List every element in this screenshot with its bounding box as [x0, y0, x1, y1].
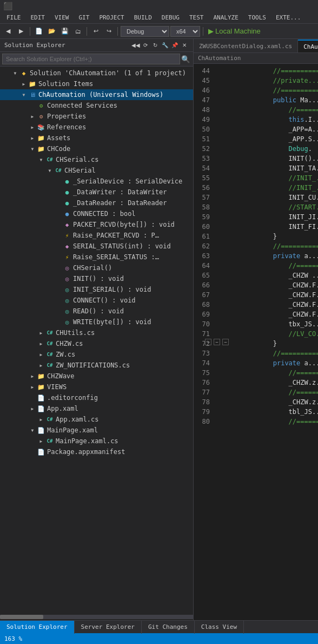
app-xaml-cs-label: App.xaml.cs [56, 416, 98, 423]
serial-device-icon: ● [63, 177, 71, 186]
code-line-71: //LV_CO... [226, 329, 318, 339]
tree-item-chserial-ctor[interactable]: ◎ CHSerial() [0, 262, 193, 273]
tree-item-references[interactable]: ▶ 📚 References [0, 122, 193, 133]
tree-item-app-xaml-cs[interactable]: ▶ C# App.xaml.cs [0, 414, 193, 425]
tree-item-solution-items[interactable]: ▶ 📁 Solution Items [0, 78, 193, 89]
bottom-tab-class-view[interactable]: Class View [195, 621, 244, 634]
tree-item-chzwave[interactable]: ▶ 📁 CHZWave [0, 371, 193, 382]
tree-item-packet-rcvd[interactable]: ◆ PACKET_RCVD(byte[]) : void [0, 219, 193, 230]
bottom-tab-git-changes[interactable]: Git Changes [142, 621, 195, 634]
tree-item-data-reader[interactable]: ● _DataReader : DataReader [0, 198, 193, 208]
expand-icon-package-manifest [28, 448, 37, 456]
run-icon: ▶ [208, 27, 214, 35]
run-button[interactable]: ▶ Local Machine [206, 27, 263, 35]
data-reader-label: _DataReader : DataReader [73, 199, 167, 207]
expand-icon-connected [54, 209, 63, 218]
code-line-66: _CHZW.F... [226, 280, 318, 290]
mainpage-xaml-cs-icon: C# [45, 437, 54, 445]
tree-item-package-manifest[interactable]: 📄 Package.appxmanifest [0, 446, 193, 457]
bottom-tab-server-explorer[interactable]: Server Explorer [75, 621, 142, 634]
menu-analyze[interactable]: ANALYZE [209, 13, 242, 22]
write-icon: ◎ [63, 318, 71, 326]
connected-services-icon: ⚙ [37, 101, 45, 110]
tree-item-write[interactable]: ◎ WRITE(byte[]) : void [0, 317, 193, 327]
menu-build[interactable]: BUILD [130, 13, 156, 22]
menu-view[interactable]: VIEW [50, 13, 74, 22]
menu-file[interactable]: FILE [2, 13, 25, 22]
tree-item-mainpage-xaml-cs[interactable]: ▶ C# MainPage.xaml.cs [0, 436, 193, 446]
chutils-label: CHUtils.cs [56, 329, 95, 337]
tree-item-init[interactable]: ◎ INIT() : void [0, 273, 193, 284]
undo-button[interactable]: ↩ [90, 25, 102, 37]
search-button[interactable]: 🔍 [180, 54, 191, 64]
tree-item-read[interactable]: ◎ READ() : void [0, 306, 193, 317]
debug-config-dropdown[interactable]: Debug Release [121, 26, 169, 37]
redo-button[interactable]: ↪ [103, 25, 115, 37]
menu-edit[interactable]: EDIT [27, 13, 50, 22]
tree-item-properties[interactable]: ▶ ⚙ Properties [0, 111, 193, 122]
tree-item-zw[interactable]: ▶ C# ZW.cs [0, 349, 193, 360]
tree-item-raise-packet-rcvd[interactable]: ⚡ Raise_PACKET_RCVD : PACKET_RCVD(byt... [0, 230, 193, 241]
platform-dropdown[interactable]: x64 x86 [170, 26, 200, 37]
tree-item-serial-device[interactable]: ● _SerialDevice : SerialDevice [0, 176, 193, 187]
refresh-button[interactable]: ↻ [151, 41, 160, 50]
tree-item-assets[interactable]: ▶ 📁 Assets [0, 133, 193, 143]
expand-icon-app-xaml-cs: ▶ [37, 415, 45, 424]
tree-item-views[interactable]: ▶ 📁 VIEWS [0, 382, 193, 392]
tab-zwusb[interactable]: ZWUSBContentDialog.xaml.cs [194, 40, 298, 52]
mainpage-xaml-icon: 📄 [37, 426, 45, 435]
pin-button[interactable]: 📌 [170, 41, 179, 50]
tree-item-chutils[interactable]: ▶ C# CHUtils.cs [0, 327, 193, 338]
tree-item-chzw[interactable]: ▶ C# CHZW.cs [0, 338, 193, 349]
tree-item-app-xaml[interactable]: ▶ 📄 App.xaml [0, 403, 193, 414]
open-file-button[interactable]: 📂 [46, 25, 58, 37]
menu-debug[interactable]: DEBUG [157, 13, 184, 22]
tree-item-solution[interactable]: ▼ ◆ Solution 'ChAutomation' (1 of 1 proj… [0, 68, 193, 78]
menu-project[interactable]: PROJECT [95, 13, 128, 22]
tree-item-serial-status[interactable]: ◆ SERIAL_STATUS(int) : void [0, 241, 193, 252]
tree-item-connect[interactable]: ◎ CONNECT() : void [0, 295, 193, 306]
read-icon: ◎ [63, 307, 71, 316]
toolbar-separator-3 [117, 27, 118, 36]
tab-chautomation[interactable]: ChAutomation [298, 40, 318, 52]
tree-item-init-serial[interactable]: ◎ INIT_SERIAL() : void [0, 284, 193, 295]
chserial-ctor-label: CHSerial() [73, 264, 112, 272]
raise-packet-rcvd-icon: ⚡ [63, 231, 71, 240]
menu-extensions[interactable]: EXTE... [271, 13, 305, 22]
save-button[interactable]: 💾 [59, 25, 71, 37]
tree-item-editorconfig[interactable]: 📄 .editorconfig [0, 392, 193, 403]
menu-tools[interactable]: TOOLS [244, 13, 270, 22]
properties-button[interactable]: 🔧 [161, 41, 169, 50]
tree-item-zw-notifications[interactable]: ▶ C# ZW_NOTIFICATIONS.cs [0, 360, 193, 371]
menu-test[interactable]: TEST [185, 13, 208, 22]
menu-git[interactable]: GIT [75, 13, 94, 22]
bottom-tab-solution-explorer[interactable]: Solution Explorer [0, 621, 75, 634]
editor-tabs: ZWUSBContentDialog.xaml.cs ChAutomation [194, 39, 318, 53]
fold-icon-63[interactable]: − [214, 339, 220, 345]
search-input[interactable] [2, 54, 180, 64]
editorconfig-icon: 📄 [37, 393, 45, 402]
expand-icon-chserial-ctor [54, 264, 63, 272]
app-xaml-cs-icon: C# [45, 415, 54, 424]
close-panel-button[interactable]: ✕ [180, 41, 189, 50]
tree-view[interactable]: ▼ ◆ Solution 'ChAutomation' (1 of 1 proj… [0, 67, 193, 614]
tree-item-raise-serial-status[interactable]: ⚡ Raise_SERIAL_STATUS : SERIAL_STATUS(in… [0, 252, 193, 262]
back-button[interactable]: ◀ [2, 25, 14, 37]
tree-item-chcode[interactable]: ▼ 📁 CHCode [0, 143, 193, 154]
forward-button[interactable]: ▶ [15, 25, 27, 37]
tree-item-connected-services[interactable]: ⚙ Connected Services [0, 100, 193, 111]
tree-item-chserial-cs[interactable]: ▼ C# CHSerial.cs [0, 154, 193, 165]
tree-item-chserial-class[interactable]: ▼ C# CHSerial [0, 165, 193, 176]
sync-button[interactable]: ⟳ [141, 41, 150, 50]
tree-item-mainpage-xaml[interactable]: ▼ 📄 MainPage.xaml [0, 425, 193, 436]
horizontal-scrollbar[interactable] [0, 614, 193, 620]
collapse-all-button[interactable]: ◀◀ [131, 41, 140, 50]
save-all-button[interactable]: 🗂 [72, 25, 84, 37]
tree-item-project[interactable]: ▼ 🖥 ChAutomation (Universal Windows) [0, 89, 193, 100]
tree-item-connected[interactable]: ● CONNECTED : bool [0, 208, 193, 219]
fold-icon-47[interactable]: − [205, 339, 211, 345]
new-file-button[interactable]: 📄 [33, 25, 45, 37]
tree-item-data-writer[interactable]: ● _DataWriter : DataWriter [0, 187, 193, 198]
mainpage-xaml-cs-label: MainPage.xaml.cs [56, 437, 118, 445]
expand-icon-serial-device [54, 177, 63, 186]
